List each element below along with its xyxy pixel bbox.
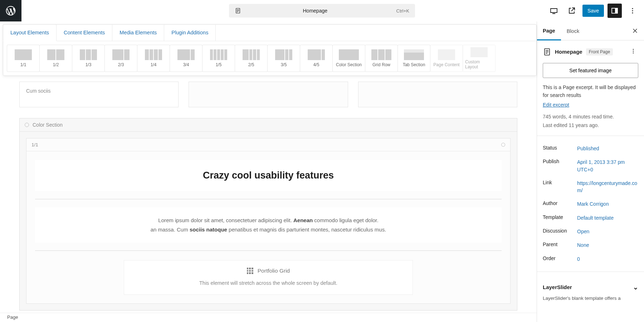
svg-point-15	[633, 53, 634, 54]
tab-media-elements[interactable]: Media Elements	[112, 25, 164, 41]
layout-3-5[interactable]: 3/5	[267, 45, 300, 72]
document-search-bar[interactable]: Homepage Ctrl+K	[229, 4, 415, 18]
heading-block[interactable]: Crazy cool usability features	[35, 160, 502, 191]
layout-2-5[interactable]: 2/5	[235, 45, 268, 72]
front-page-badge: Front Page	[586, 48, 613, 55]
page-name-label: Homepage	[555, 49, 582, 55]
top-toolbar: Homepage Ctrl+K Save	[0, 0, 644, 21]
column-1-1-block[interactable]: 1/1 Crazy cool usability features Lorem …	[26, 138, 511, 304]
external-link-icon	[567, 6, 576, 15]
portfolio-grid-block[interactable]: Portfolio Grid This element will stretch…	[124, 260, 413, 295]
topbar-actions: Save	[547, 4, 644, 18]
separator-block-2[interactable]	[35, 250, 502, 251]
view-page-button[interactable]	[565, 4, 579, 18]
column-options-icon[interactable]	[501, 143, 505, 147]
color-section-header[interactable]: Color Section	[20, 118, 517, 132]
tab-page[interactable]: Page	[537, 21, 561, 40]
svg-point-6	[632, 8, 633, 9]
text-block[interactable]: Lorem ipsum dolor sit amet, consectetuer…	[35, 207, 502, 243]
layout-1-3[interactable]: 1/3	[72, 45, 105, 72]
settings-sidebar: Page Block Homepage Front Page Set featu…	[537, 21, 644, 322]
svg-point-8	[632, 12, 633, 13]
layout-1-2[interactable]: 1/2	[39, 45, 72, 72]
page-meta-text: 745 words, 4 minutes read time. Last edi…	[543, 113, 638, 130]
separator-block[interactable]	[35, 199, 502, 199]
sidebar-tabs: Page Block	[537, 21, 644, 40]
close-sidebar-button[interactable]	[629, 25, 641, 37]
options-menu-button[interactable]	[625, 4, 640, 18]
shortcut-hint: Ctrl+K	[396, 8, 409, 14]
wordpress-logo[interactable]	[0, 0, 21, 21]
layout-custom-layout[interactable]: Custom Layout	[463, 45, 496, 72]
sidebar-panel-icon	[610, 6, 619, 15]
settings-panel-toggle[interactable]	[608, 4, 622, 18]
layout-page-content[interactable]: Page Content	[430, 45, 463, 72]
close-icon	[632, 28, 638, 34]
page-icon	[543, 48, 551, 56]
tab-layout-elements[interactable]: Layout Elements	[3, 24, 57, 41]
layerslider-description: LayerSlider's blank template offers a	[543, 295, 638, 302]
svg-point-14	[633, 51, 634, 52]
layout-4-5[interactable]: 4/5	[300, 45, 333, 72]
edit-excerpt-link[interactable]: Edit excerpt	[543, 102, 569, 108]
svg-point-7	[632, 10, 633, 11]
grid-icon	[247, 268, 253, 274]
desktop-icon	[550, 6, 558, 15]
link-value[interactable]: https://longcenturymade.com/	[577, 180, 638, 194]
kebab-icon	[630, 48, 637, 55]
chevron-down-icon: ⌄	[633, 283, 638, 291]
tab-content-elements[interactable]: Content Elements	[57, 25, 112, 41]
layout-color-section[interactable]: Color Section	[332, 45, 365, 72]
save-button[interactable]: Save	[582, 5, 604, 17]
layout-1-4[interactable]: 1/4	[137, 45, 170, 72]
column-1[interactable]: Cum sociis	[19, 82, 179, 107]
wordpress-icon	[5, 5, 16, 16]
set-featured-image-button[interactable]: Set featured image	[543, 63, 638, 78]
excerpt-text: This is a Page excerpt. It will be displ…	[543, 84, 638, 99]
column-3[interactable]	[358, 82, 517, 107]
layout-2-3[interactable]: 2/3	[104, 45, 137, 72]
layout-tab-section[interactable]: Tab Section	[397, 45, 430, 72]
layout-1-5[interactable]: 1/5	[202, 45, 235, 72]
page-actions-button[interactable]	[628, 46, 638, 57]
publish-value[interactable]: April 1, 2013 3:37 pm UTC+0	[577, 158, 638, 173]
svg-point-13	[633, 49, 634, 50]
layout-elements-list: 1/1 1/2 1/3 2/3 1/4 3/4 1/5 2/5 3/5 4/5 …	[3, 41, 536, 75]
drag-handle-icon[interactable]	[25, 123, 29, 127]
tab-plugin-additions[interactable]: Plugin Additions	[164, 25, 216, 41]
kebab-icon	[628, 6, 637, 15]
layout-3-4[interactable]: 3/4	[170, 45, 203, 72]
three-column-row: Cum sociis	[19, 82, 517, 107]
page-summary-row: Homepage Front Page	[543, 46, 638, 57]
elements-insert-panel: Layout Elements Content Elements Media E…	[3, 24, 537, 76]
elements-tabs: Layout Elements Content Elements Media E…	[3, 25, 536, 41]
breadcrumb-status-bar: Page	[0, 313, 537, 322]
layout-grid-row[interactable]: Grid Row	[365, 45, 398, 72]
column-1-1-header[interactable]: 1/1	[26, 138, 510, 151]
view-desktop-button[interactable]	[547, 4, 561, 18]
order-value[interactable]: 0	[577, 255, 638, 263]
discussion-value[interactable]: Open	[577, 228, 638, 235]
parent-value[interactable]: None	[577, 241, 638, 249]
svg-rect-5	[615, 8, 618, 13]
author-value[interactable]: Mark Corrigon	[577, 200, 638, 208]
tab-block[interactable]: Block	[561, 22, 585, 40]
layerslider-panel-toggle[interactable]: LayerSlider ⌄	[543, 278, 638, 295]
layout-1-1[interactable]: 1/1	[7, 45, 40, 72]
document-title: Homepage	[234, 8, 396, 14]
color-section-block[interactable]: Color Section 1/1 Crazy cool usability f…	[19, 118, 517, 311]
status-value[interactable]: Published	[577, 145, 638, 152]
template-value[interactable]: Default template	[577, 214, 638, 221]
column-2[interactable]	[189, 82, 348, 107]
